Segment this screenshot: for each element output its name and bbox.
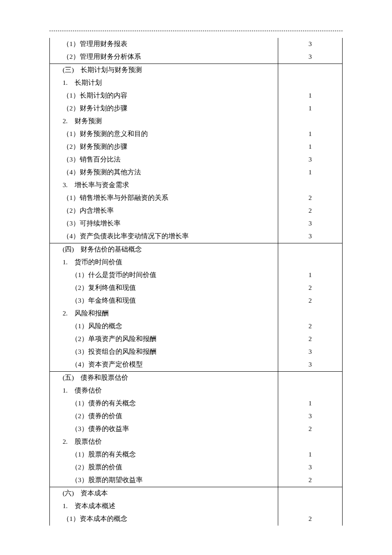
item-label-cell: （1）长期计划的内容 (50, 90, 278, 102)
item-value-cell: 1 (278, 128, 342, 141)
table-row: （1）财务预测的意义和目的1 (50, 128, 343, 141)
item-label-cell: （1）什么是货币的时间价值 (50, 269, 278, 282)
item-label: （1）股票的有关概念 (50, 448, 278, 461)
item-value: 3 (278, 346, 342, 358)
item-value: 3 (278, 230, 342, 243)
item-label-cell: 1. 长期计划 (50, 77, 278, 90)
item-value: 1 (278, 141, 342, 153)
item-label: （1）债券的有关概念 (50, 397, 278, 410)
item-label-cell: （1）风险的概念 (50, 320, 278, 333)
item-label: （4）财务预测的其他方法 (50, 166, 278, 179)
table-row: （2）股票的价值3 (50, 461, 343, 474)
item-label: （2）内含增长率 (50, 205, 278, 217)
item-value-cell (278, 115, 342, 128)
item-value-cell: 2 (278, 423, 342, 436)
table-row: (三) 长期计划与财务预测 (50, 64, 343, 77)
item-value: 3 (278, 38, 342, 51)
item-value (278, 436, 342, 448)
item-value-cell (278, 487, 342, 500)
item-value-cell (278, 384, 342, 397)
item-label: （2）债券的价值 (50, 410, 278, 423)
table-row: 1. 货币的时间价值 (50, 256, 343, 269)
item-value-cell: 2 (278, 474, 342, 487)
table-row: (四) 财务估价的基础概念 (50, 243, 343, 257)
table-row: （3）股票的期望收益率2 (50, 474, 343, 487)
item-value (278, 64, 342, 77)
item-label: 2. 股票估价 (50, 436, 278, 448)
item-value-cell: 1 (278, 448, 342, 461)
item-label-cell: （2）复利终值和现值 (50, 282, 278, 295)
item-label: （3）投资组合的风险和报酬 (50, 346, 278, 358)
item-label: 1. 货币的时间价值 (50, 256, 278, 269)
item-label: 2. 财务预测 (50, 115, 278, 128)
item-label-cell: 1. 货币的时间价值 (50, 256, 278, 269)
item-label: 1. 资本成本概述 (50, 500, 278, 513)
document-page: （1）管理用财务报表3（2）管理用财务分析体系3(三) 长期计划与财务预测1. … (0, 0, 392, 526)
item-value (278, 243, 342, 256)
table-row: （3）债券的收益率2 (50, 423, 343, 436)
item-value: 1 (278, 128, 342, 141)
item-label: （2）管理用财务分析体系 (50, 51, 278, 64)
item-value: 3 (278, 51, 342, 64)
item-value (278, 179, 342, 192)
item-value-cell: 1 (278, 269, 342, 282)
table-row: （2）管理用财务分析体系3 (50, 51, 343, 64)
table-row: （2）财务计划的步骤1 (50, 102, 343, 115)
item-label-cell: 2. 财务预测 (50, 115, 278, 128)
table-row: （4）资产负债表比率变动情况下的增长率3 (50, 230, 343, 243)
table-row: 2. 财务预测 (50, 115, 343, 128)
item-label-cell: 3. 增长率与资金需求 (50, 179, 278, 192)
item-value-cell: 3 (278, 410, 342, 423)
item-label-cell: （1）销售增长率与外部融资的关系 (50, 192, 278, 205)
item-label: （2）股票的价值 (50, 461, 278, 474)
item-value: 3 (278, 217, 342, 230)
item-label: （3）年金终值和现值 (50, 295, 278, 307)
item-value-cell: 3 (278, 230, 342, 243)
item-label: （1）销售增长率与外部融资的关系 (50, 192, 278, 205)
table-row: (五) 债券和股票估价 (50, 372, 343, 385)
item-label-cell: （3）可持续增长率 (50, 217, 278, 230)
table-row: （3）年金终值和现值2 (50, 295, 343, 307)
item-label: （1）什么是货币的时间价值 (50, 269, 278, 282)
table-row: 1. 资本成本概述 (50, 500, 343, 513)
item-label-cell: （4）资本资产定价模型 (50, 358, 278, 372)
syllabus-table: （1）管理用财务报表3（2）管理用财务分析体系3(三) 长期计划与财务预测1. … (49, 38, 343, 526)
item-value (278, 307, 342, 320)
item-value-cell: 3 (278, 217, 342, 230)
item-value (278, 256, 342, 269)
item-label: （1）长期计划的内容 (50, 90, 278, 102)
item-value: 2 (278, 474, 342, 487)
table-row: （1）资本成本的概念2 (50, 513, 343, 526)
table-row: （3）销售百分比法3 (50, 153, 343, 166)
item-label: (三) 长期计划与财务预测 (50, 64, 278, 77)
item-label: 2. 风险和报酬 (50, 307, 278, 320)
table-row: （3）可持续增长率3 (50, 217, 343, 230)
table-row: （1）风险的概念2 (50, 320, 343, 333)
item-label-cell: （2）单项资产的风险和报酬 (50, 333, 278, 346)
item-label-cell: （2）内含增长率 (50, 205, 278, 217)
item-label: （1）风险的概念 (50, 320, 278, 333)
item-label-cell: （1）债券的有关概念 (50, 397, 278, 410)
item-label: （2）财务预测的步骤 (50, 141, 278, 153)
item-label-cell: （1）资本成本的概念 (50, 513, 278, 526)
item-value-cell: 1 (278, 141, 342, 153)
table-row: （1）股票的有关概念1 (50, 448, 343, 461)
item-label: （1）财务预测的意义和目的 (50, 128, 278, 141)
item-value-cell: 3 (278, 153, 342, 166)
table-row: 1. 债券估价 (50, 384, 343, 397)
item-value-cell (278, 307, 342, 320)
item-label-cell: （2）债券的价值 (50, 410, 278, 423)
item-value: 3 (278, 410, 342, 423)
item-label-cell: （3）年金终值和现值 (50, 295, 278, 307)
item-value-cell: 1 (278, 102, 342, 115)
item-value: 3 (278, 358, 342, 371)
item-value (278, 77, 342, 90)
item-value-cell: 3 (278, 358, 342, 372)
table-row: （1）债券的有关概念1 (50, 397, 343, 410)
header-separator (49, 31, 343, 31)
item-label-cell: (三) 长期计划与财务预测 (50, 64, 278, 77)
item-value-cell: 2 (278, 205, 342, 217)
item-label-cell: （4）财务预测的其他方法 (50, 166, 278, 179)
item-label: (五) 债券和股票估价 (50, 372, 278, 384)
item-label-cell: （1）管理用财务报表 (50, 38, 278, 51)
